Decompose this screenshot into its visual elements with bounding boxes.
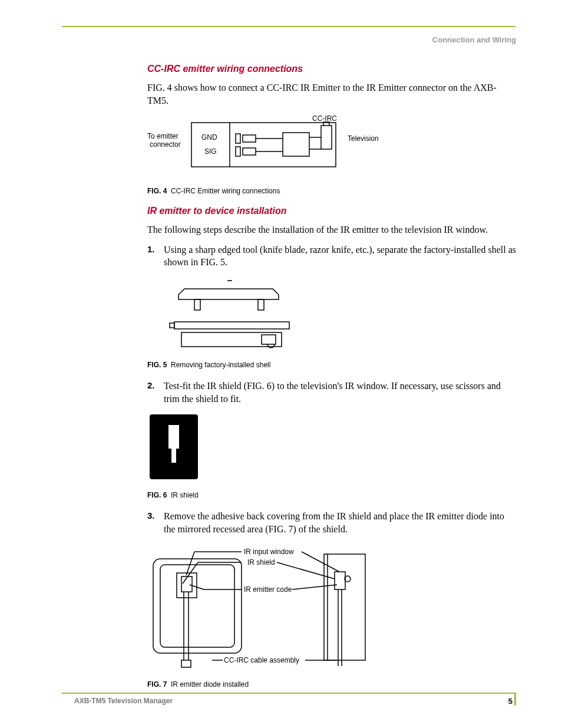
svg-rect-8 xyxy=(283,133,309,156)
svg-rect-20 xyxy=(168,425,179,449)
figure-6-caption: FIG. 6 IR shield xyxy=(147,491,517,499)
step-list: 1. Using a sharp edged tool (knife blade… xyxy=(147,243,517,269)
figure-4-svg: To emitter connector GND SIG CC-IRC Tele… xyxy=(147,114,401,179)
step-1: 1. Using a sharp edged tool (knife blade… xyxy=(147,243,517,269)
figure-7-caption: FIG. 7 IR emitter diode installed xyxy=(147,680,517,689)
page-accent-bar xyxy=(514,693,516,706)
svg-rect-36 xyxy=(324,554,365,660)
heading-ir-emitter: IR emitter to device installation xyxy=(147,206,517,216)
figure-6-svg xyxy=(147,412,200,483)
top-rule xyxy=(62,26,515,27)
page: Connection and Wiring CC-IRC emitter wir… xyxy=(0,0,562,728)
svg-line-30 xyxy=(186,552,194,575)
step-list-3: 3. Remove the adhesive back covering fro… xyxy=(147,510,517,535)
label-gnd: GND xyxy=(201,133,217,141)
figure-7: IR input window IR shield IR emitter cod… xyxy=(147,542,517,674)
label-ir-emitter: IR emitter code xyxy=(244,585,292,594)
figure-6-caption-text: IR shield xyxy=(171,491,199,499)
figure-5 xyxy=(164,276,517,355)
svg-line-42 xyxy=(302,552,339,572)
svg-rect-4 xyxy=(243,135,256,142)
label-cable: CC-IRC cable assembly xyxy=(224,656,299,664)
step-2: 2. Test-fit the IR shield (FIG. 6) to th… xyxy=(147,380,517,405)
figure-7-caption-text: IR emitter diode installed xyxy=(171,680,249,689)
svg-rect-23 xyxy=(160,565,234,647)
figure-5-label: FIG. 5 xyxy=(147,361,167,369)
figure-5-caption-text: Removing factory-installed shell xyxy=(171,361,270,369)
footer-page-number: 5 xyxy=(508,697,513,706)
label-television: Television xyxy=(348,134,379,143)
para-cc-irc: FIG. 4 shows how to connect a CC-IRC IR … xyxy=(147,81,517,107)
figure-5-svg xyxy=(164,276,299,353)
figure-5-caption: FIG. 5 Removing factory-installed shell xyxy=(147,361,517,369)
svg-rect-3 xyxy=(236,147,240,156)
step-3-text: Remove the adhesive back covering from t… xyxy=(164,510,517,535)
figure-7-label: FIG. 7 xyxy=(147,680,167,689)
step-2-number: 2. xyxy=(147,380,164,405)
footer-doc-title: AXB-TM5 Television Manager xyxy=(74,697,173,705)
figure-4-caption-text: CC-IRC Emitter wiring connections xyxy=(171,187,280,195)
svg-rect-15 xyxy=(174,322,289,329)
label-to-emitter: To emitter xyxy=(147,132,178,140)
figure-4: To emitter connector GND SIG CC-IRC Tele… xyxy=(147,114,517,181)
figure-6 xyxy=(147,412,517,485)
content-area: CC-IRC emitter wiring connections FIG. 4… xyxy=(147,64,517,699)
svg-rect-5 xyxy=(243,148,256,155)
svg-rect-38 xyxy=(335,572,345,589)
svg-rect-25 xyxy=(181,577,192,592)
svg-rect-21 xyxy=(171,449,176,463)
svg-rect-22 xyxy=(153,559,242,653)
label-sig: SIG xyxy=(204,147,217,156)
step-2-text: Test-fit the IR shield (FIG. 6) to the t… xyxy=(164,380,517,405)
step-1-number: 1. xyxy=(147,243,164,269)
label-ir-shield: IR shield xyxy=(247,558,275,566)
svg-rect-18 xyxy=(262,335,276,344)
svg-rect-13 xyxy=(258,299,264,310)
step-list-2: 2. Test-fit the IR shield (FIG. 6) to th… xyxy=(147,380,517,405)
svg-rect-28 xyxy=(181,660,191,667)
svg-rect-0 xyxy=(191,123,336,167)
figure-7-svg: IR input window IR shield IR emitter cod… xyxy=(147,542,377,672)
step-1-text: Using a sharp edged tool (knife blade, r… xyxy=(164,243,517,269)
step-3-number: 3. xyxy=(147,510,164,535)
svg-rect-16 xyxy=(170,323,174,328)
svg-rect-11 xyxy=(321,126,332,149)
label-ir-input: IR input window xyxy=(244,548,294,556)
step-3: 3. Remove the adhesive back covering fro… xyxy=(147,510,517,535)
label-ccirc: CC-IRC xyxy=(312,114,337,123)
figure-4-label: FIG. 4 xyxy=(147,187,167,195)
label-connector: connector xyxy=(150,140,181,149)
svg-line-44 xyxy=(292,585,337,589)
bottom-rule xyxy=(62,693,515,694)
svg-rect-12 xyxy=(194,299,200,310)
figure-6-label: FIG. 6 xyxy=(147,491,167,499)
heading-cc-irc: CC-IRC emitter wiring connections xyxy=(147,64,517,74)
section-header: Connection and Wiring xyxy=(432,35,516,44)
svg-rect-2 xyxy=(236,134,240,143)
para-ir-emitter: The following steps describe the install… xyxy=(147,223,517,236)
figure-4-caption: FIG. 4 CC-IRC Emitter wiring connections xyxy=(147,187,517,195)
